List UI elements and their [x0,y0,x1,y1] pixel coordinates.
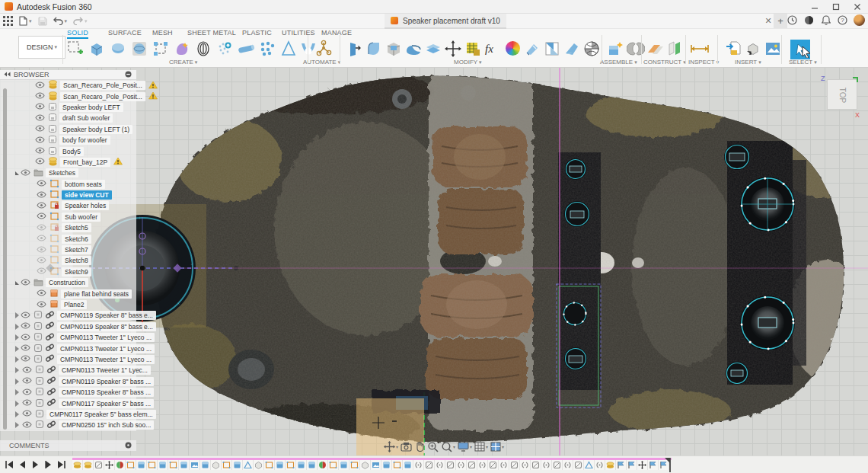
create-sphere-icon[interactable] [129,39,149,58]
item-label[interactable]: Sketch5 [62,223,91,232]
list-item[interactable]: body for woofer [0,135,136,145]
timeline-play-icon[interactable] [30,459,40,470]
list-item[interactable]: CMPN0119 Speaker 8" bass e... [0,310,136,321]
automate-network-icon[interactable] [314,39,333,58]
document-tab[interactable]: Speaker placement draft v10 [385,14,506,29]
group-label-automate[interactable]: AUTOMATE [303,59,340,66]
expand-comments-icon[interactable] [125,442,132,450]
timeline-feature-icon[interactable] [541,460,552,470]
list-item[interactable]: Scan_Recaro_Pole_Posit... [0,91,136,101]
viewports-icon[interactable] [490,442,504,452]
visibility-eye-icon[interactable] [35,147,45,155]
list-item[interactable]: plane flat behind seats [0,288,136,299]
timeline-feature-icon[interactable] [104,460,115,470]
appearance-wheel-icon[interactable] [503,39,522,58]
tab-sheet-metal[interactable]: SHEET METAL [187,29,236,39]
timeline-skip-start-icon[interactable] [5,459,14,470]
list-item[interactable]: side view CUT [0,190,136,200]
create-sketch-icon[interactable] [65,39,85,58]
visibility-eye-icon[interactable] [37,180,46,188]
list-item[interactable]: draft Sub woofer [0,113,136,123]
tab-plastic[interactable]: PLASTIC [242,29,272,39]
item-label[interactable]: body for woofer [59,136,110,145]
comments-bar[interactable]: COMMENTS [0,440,136,451]
edit-feature-icon[interactable] [151,39,171,58]
timeline-feature-icon[interactable] [584,460,595,470]
timeline-skip-end-icon[interactable] [56,459,66,470]
item-label[interactable]: CMPN0250 15" inch Sub soo... [59,420,154,430]
timeline-feature-icon[interactable] [648,460,659,470]
tree-expander-icon[interactable] [15,346,19,352]
visibility-eye-icon[interactable] [35,136,45,145]
timeline-feature-icon[interactable] [499,460,509,470]
timeline-feature-icon[interactable] [211,460,222,470]
timeline-feature-icon[interactable] [94,460,104,470]
timeline-feature-icon[interactable] [264,460,275,470]
look-at-icon[interactable] [400,442,412,452]
timeline-feature-icon[interactable] [115,460,126,470]
browser-header[interactable]: BROWSER [0,70,136,80]
visibility-eye-icon[interactable] [35,158,45,166]
list-item[interactable]: CMPN0113 Tweeter 1" Lyeco ... [0,354,136,365]
visibility-eye-icon[interactable] [22,388,32,397]
timeline-feature-icon[interactable] [136,460,147,470]
item-label[interactable]: Speaker body LEFT [59,103,123,112]
change-parameters-icon[interactable] [463,39,483,58]
timeline-feature-icon[interactable] [349,460,360,470]
new-tab-button[interactable]: + [774,14,787,28]
viewcube-face-label[interactable]: TOP [828,80,858,110]
timeline-feature-icon[interactable] [222,460,232,470]
compute-all-icon[interactable] [582,39,602,58]
timeline-feature-icon[interactable] [286,460,296,470]
collapse-all-icon[interactable] [125,71,132,79]
list-item[interactable]: CMPN0117 Speaker 5" bass ... [0,398,136,408]
visibility-eye-icon[interactable] [35,81,45,90]
visibility-eye-icon[interactable] [35,125,45,133]
list-item[interactable]: Sketches [0,168,136,178]
tree-expander-icon[interactable] [15,281,19,285]
item-label[interactable]: CMPN0113 Tweeter 1" Lyec... [59,366,151,375]
list-item[interactable]: Sketch8 [0,255,136,266]
visibility-eye-icon[interactable] [35,92,45,101]
timeline-feature-icon[interactable] [232,460,243,470]
fillet-icon[interactable] [364,39,384,58]
list-item[interactable]: Construction [0,277,136,288]
insert-canvas-icon[interactable] [763,39,783,58]
visibility-eye-icon[interactable] [22,421,32,430]
item-label[interactable]: Sub woofer [62,213,101,222]
item-label[interactable]: bottom seats [62,180,105,189]
item-label[interactable]: Sketch9 [62,267,91,276]
list-item[interactable]: Sketch5 [0,222,136,233]
timeline-feature-icon[interactable] [424,460,435,470]
group-label-create[interactable]: CREATE [169,59,197,66]
timeline-feature-icon[interactable] [477,460,488,470]
visibility-eye-icon[interactable] [37,246,46,254]
timeline-feature-icon[interactable] [520,460,531,470]
item-label[interactable]: CMPN0113 Tweeter 1" Lyeco ... [57,355,155,364]
visibility-eye-icon[interactable] [37,213,46,221]
visibility-eye-icon[interactable] [21,344,30,353]
visibility-eye-icon[interactable] [35,103,45,111]
timeline-feature-icon[interactable] [371,460,381,470]
list-item[interactable]: CMPN0250 15" inch Sub soo... [0,420,136,430]
list-item[interactable]: Sub woofer [0,212,136,222]
redo-icon[interactable] [70,14,91,28]
timeline-feature-icon[interactable] [147,460,158,470]
group-label-assemble[interactable]: ASSEMBLE [600,59,637,66]
item-label[interactable]: draft Sub woofer [59,113,113,123]
timeline-feature-icon[interactable] [637,460,648,470]
visibility-eye-icon[interactable] [21,322,30,331]
list-item[interactable]: Sketch6 [0,233,136,244]
joint-icon[interactable] [626,39,646,58]
timeline-feature-icon[interactable] [168,460,179,470]
undo-icon[interactable] [50,14,71,28]
item-label[interactable]: CMPN0113 Tweeter 1" Lyeco ... [57,333,155,342]
construct-axis-icon[interactable] [665,39,685,58]
press-pull-icon[interactable] [344,39,364,58]
avatar[interactable] [854,14,865,26]
list-item[interactable]: Speaker body LEFT [0,102,136,113]
item-label[interactable]: Construction [46,278,88,287]
tab-mesh[interactable]: MESH [152,29,173,39]
physical-material-icon[interactable] [522,39,542,58]
timeline-feature-icon[interactable] [328,460,339,470]
